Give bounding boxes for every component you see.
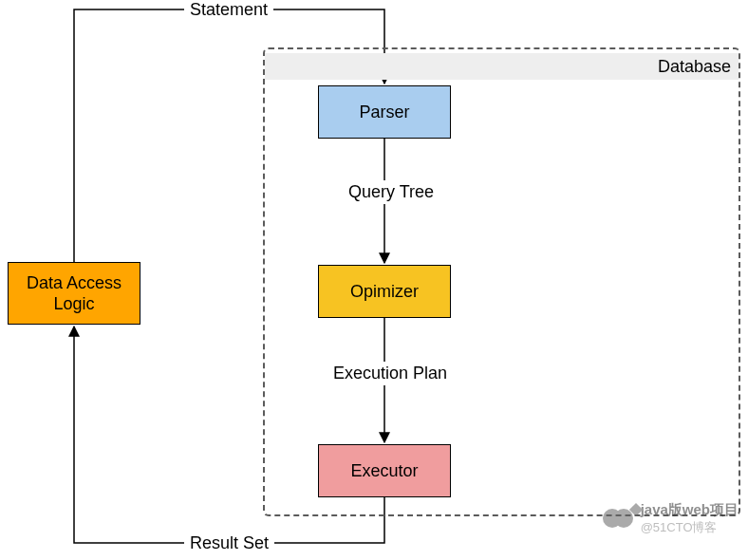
watermark-line2: @51CTO博客 [641, 519, 739, 536]
watermark-line1: java版web项目 [641, 501, 739, 519]
executor-label: Executor [350, 460, 418, 482]
query-tree-edge-label: Query Tree [343, 180, 439, 204]
data-access-logic-box: Data Access Logic [8, 262, 140, 325]
database-title: Database [265, 53, 739, 80]
parser-box: Parser [318, 85, 451, 139]
executor-box: Executor [318, 444, 451, 497]
statement-edge-label: Statement [184, 0, 273, 22]
wechat-icon [603, 505, 635, 533]
optimizer-box: Opimizer [318, 265, 451, 318]
parser-label: Parser [359, 102, 409, 123]
data-access-label: Data Access Logic [27, 272, 122, 315]
execution-plan-edge-label: Execution Plan [327, 362, 453, 385]
optimizer-label: Opimizer [350, 281, 419, 303]
result-set-edge-label: Result Set [184, 532, 274, 555]
watermark: java版web项目 @51CTO博客 [603, 501, 739, 536]
